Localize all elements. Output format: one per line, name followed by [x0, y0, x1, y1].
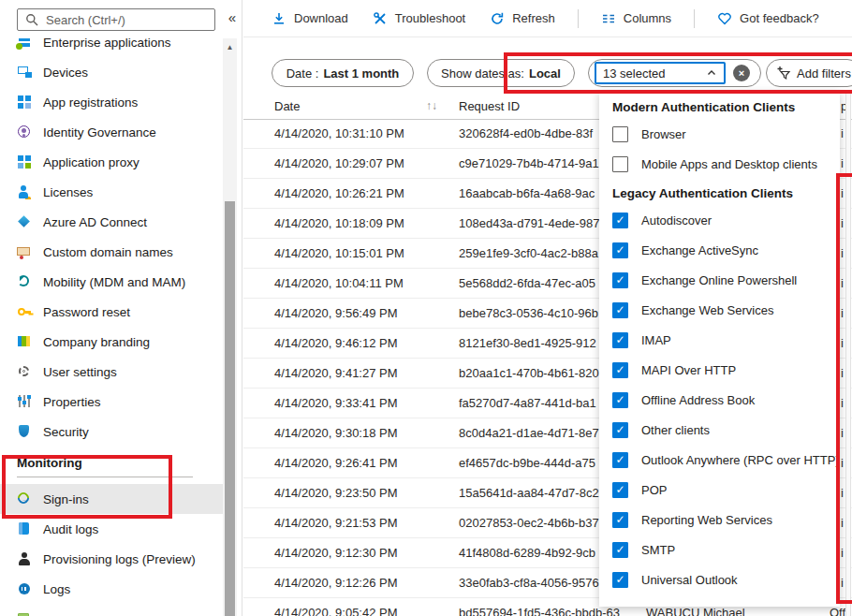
add-filters-button[interactable]: Add filters — [766, 59, 852, 87]
checkbox[interactable] — [612, 156, 628, 172]
checkbox[interactable] — [612, 392, 628, 408]
sidebar-item[interactable]: Logs — [0, 574, 223, 604]
checkbox[interactable] — [612, 572, 628, 588]
request-id-column-header[interactable]: Request ID — [459, 99, 520, 113]
sidebar-item[interactable]: User settings — [0, 357, 223, 387]
date-column-header[interactable]: Date — [274, 99, 300, 113]
sidebar-item[interactable]: Mobility (MDM and MAM) — [0, 267, 223, 297]
troubleshoot-button[interactable]: Troubleshoot — [365, 7, 473, 30]
dropdown-option[interactable]: Exchange Web Services — [612, 295, 840, 325]
request-id-cell: ef4657dc-b9be-444d-a75 — [459, 456, 595, 470]
dropdown-option[interactable]: POP — [612, 475, 840, 505]
application-cell: i — [841, 516, 844, 530]
azure-ad-connect-icon — [17, 214, 32, 229]
dropdown-option[interactable]: MAPI Over HTTP — [612, 355, 840, 385]
application-cell: i — [841, 336, 844, 350]
search-input[interactable] — [44, 12, 214, 28]
client-app-filter-pill[interactable]: 13 selected × — [588, 59, 761, 87]
dropdown-group-header: Modern Authentication Clients — [612, 96, 840, 119]
checkbox[interactable] — [612, 302, 628, 318]
dropdown-option[interactable]: Reporting Web Services — [612, 505, 840, 535]
dropdown-option-label: Exchange ActiveSync — [641, 243, 758, 257]
checkbox[interactable] — [612, 422, 628, 438]
sidebar-item-label: User settings — [43, 365, 117, 379]
logs-icon — [17, 581, 32, 596]
sidebar-item[interactable]: Properties — [0, 387, 223, 417]
audit-logs-icon — [17, 521, 32, 536]
client-app-combobox[interactable]: 13 selected — [595, 62, 726, 84]
sidebar-item[interactable]: Identity Governance — [0, 117, 223, 147]
dropdown-group-header: Legacy Authentication Clients — [612, 183, 840, 205]
scroll-up-arrow-icon[interactable]: ▲ — [223, 43, 237, 51]
date-cell: 4/14/2020, 9:23:50 PM — [274, 486, 398, 500]
sidebar-item[interactable]: App registrations — [0, 87, 223, 117]
application-proxy-icon — [17, 154, 32, 169]
search-icon — [25, 13, 38, 26]
dropdown-option[interactable]: Outlook Anywhere (RPC over HTTP) — [612, 445, 840, 475]
show-dates-filter-pill[interactable]: Show dates as: Local — [427, 59, 575, 87]
checkbox[interactable] — [612, 542, 628, 558]
checkbox[interactable] — [612, 332, 628, 348]
client-app-dropdown: Modern Authentication Clients Browser Mo… — [599, 91, 840, 607]
application-cell: i — [841, 366, 844, 380]
add-filter-icon — [776, 66, 791, 81]
clear-filter-icon[interactable]: × — [733, 65, 750, 81]
download-button[interactable]: Download — [264, 7, 356, 30]
sidebar-item[interactable]: Audit logs — [0, 514, 223, 544]
sidebar-item[interactable]: Devices — [0, 57, 223, 87]
checkbox[interactable] — [612, 482, 628, 498]
date-cell: 4/14/2020, 9:12:30 PM — [274, 546, 398, 560]
sidebar-item-label: Identity Governance — [43, 125, 156, 139]
dropdown-option[interactable]: Exchange Online Powershell — [612, 265, 840, 295]
scrollbar-thumb[interactable] — [225, 201, 235, 616]
dropdown-option[interactable]: Browser — [612, 119, 840, 149]
sidebar-section-header: Monitoring — [0, 447, 223, 484]
feedback-button[interactable]: Got feedback? — [710, 7, 827, 30]
request-id-cell: fa5270d7-4a87-441d-ba1 — [459, 396, 596, 410]
checkbox[interactable] — [612, 452, 628, 468]
sidebar-item[interactable]: Company branding — [0, 327, 223, 357]
collapse-sidebar-icon[interactable]: « — [228, 9, 236, 25]
date-filter-label: Date : — [286, 66, 319, 81]
sidebar-item[interactable]: Password reset — [0, 297, 223, 327]
application-cell: i — [841, 126, 844, 140]
checkbox[interactable] — [612, 213, 628, 228]
date-filter-pill[interactable]: Date : Last 1 month — [272, 59, 414, 87]
columns-label: Columns — [624, 11, 671, 25]
dropdown-option-label: Outlook Anywhere (RPC over HTTP) — [641, 453, 840, 467]
table-scrollbar-track[interactable] — [845, 94, 851, 616]
search-box[interactable] — [17, 8, 215, 31]
heart-icon — [717, 11, 732, 26]
dropdown-option[interactable]: IMAP — [612, 325, 840, 355]
sidebar-item[interactable]: Application proxy — [0, 147, 223, 177]
request-id-cell: 33e0fab3-cf8a-4056-9576 — [459, 576, 599, 590]
sidebar-item[interactable]: Azure AD Connect — [0, 207, 223, 237]
checkbox[interactable] — [612, 362, 628, 378]
sidebar-item-label: Application proxy — [43, 155, 140, 169]
dropdown-option[interactable]: Offline Address Book — [612, 385, 840, 415]
checkbox[interactable] — [612, 512, 628, 528]
dropdown-option[interactable]: Autodiscover — [612, 205, 840, 235]
refresh-button[interactable]: Refresh — [482, 7, 563, 30]
dropdown-option[interactable]: Other clients — [612, 415, 840, 445]
sidebar-item[interactable]: Provisioning logs (Preview) — [0, 544, 223, 574]
dropdown-option[interactable]: Exchange ActiveSync — [612, 235, 840, 265]
identity-governance-icon — [17, 125, 32, 139]
sort-icon[interactable]: ↑↓ — [426, 99, 437, 112]
columns-button[interactable]: Columns — [594, 7, 679, 30]
checkbox[interactable] — [612, 126, 628, 142]
dropdown-option[interactable]: SMTP — [612, 535, 840, 565]
dropdown-option-label: Exchange Online Powershell — [641, 273, 797, 287]
checkbox[interactable] — [612, 242, 628, 258]
dropdown-option-label: MAPI Over HTTP — [641, 363, 736, 377]
dropdown-option[interactable]: Mobile Apps and Desktop clients — [612, 149, 840, 179]
dropdown-option[interactable]: Universal Outlook — [612, 565, 840, 594]
checkbox[interactable] — [612, 272, 628, 288]
sidebar-item[interactable]: Custom domain names — [0, 237, 223, 267]
azure-ad-sign-ins-page: Enterprise applications Devices App regi… — [0, 0, 852, 616]
sidebar-item[interactable]: Security — [0, 417, 223, 447]
sidebar-item[interactable] — [0, 604, 223, 616]
diagnostic-settings-icon — [17, 611, 32, 616]
sidebar-item[interactable]: Licenses — [0, 177, 223, 207]
sidebar-item[interactable]: Sign-ins — [0, 484, 223, 514]
